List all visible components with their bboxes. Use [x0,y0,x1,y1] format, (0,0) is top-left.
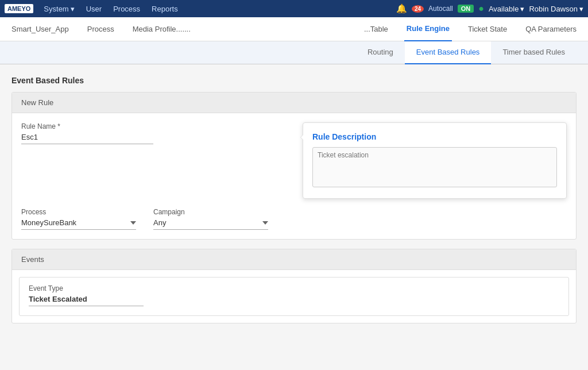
nav-table[interactable]: ...Table [362,17,390,41]
tab-bar: Routing Event Based Rules Timer based Ru… [0,41,588,64]
top-navbar: AMEYO System ▾ User Process Reports 🔔 24… [0,0,588,17]
campaign-select[interactable]: Any [153,218,268,230]
rule-desc-title: Rule Description [312,132,557,141]
new-rule-header: New Rule [12,92,576,113]
event-type-card: Event Type Ticket Escalated [19,277,569,316]
autocall-toggle[interactable]: ON [458,5,474,13]
reports-menu[interactable]: Reports [147,0,183,17]
process-value: MoneySureBank [21,218,127,227]
tab-routing[interactable]: Routing [356,41,405,64]
rule-description-popup: Rule Description [303,122,567,199]
nav-rule-engine[interactable]: Rule Engine [404,17,452,41]
rule-name-group: Rule Name * Esc1 [21,122,291,144]
notification-badge: 24 [412,5,424,13]
rule-name-value[interactable]: Esc1 [21,133,153,144]
status-dot-icon: ● [478,3,484,14]
form-row-top: Rule Name * Esc1 Rule Description [21,122,567,199]
event-type-label: Event Type [29,284,559,292]
user-name[interactable]: Robin Dawson ▾ [529,5,583,13]
campaign-group: Campaign Any [153,208,268,230]
tab-event-based-rules[interactable]: Event Based Rules [405,41,492,64]
nav-smart-user-app[interactable]: Smart_User_App [9,17,71,41]
nav-ticket-state[interactable]: Ticket State [466,17,509,41]
nav-qa-parameters[interactable]: QA Parameters [523,17,579,41]
bell-icon[interactable]: 🔔 [396,3,407,14]
process-chevron-icon [130,221,136,225]
nav-right-links: ...Table Rule Engine Ticket State QA Par… [362,17,579,41]
events-card: Events Event Type Ticket Escalated [11,249,577,323]
process-campaign-row: Process MoneySureBank Campaign Any [21,208,567,230]
process-select[interactable]: MoneySureBank [21,218,136,230]
page-section-title: Event Based Rules [11,76,577,85]
nav-right-section: 🔔 24 Autocall ON ● Available ▾ Robin Daw… [396,3,583,14]
rule-desc-textarea[interactable] [312,147,557,187]
process-menu[interactable]: Process [109,0,145,17]
events-header: Events [12,249,576,270]
nav-media-profile[interactable]: Media Profile....... [130,17,193,41]
system-menu[interactable]: System ▾ [39,0,79,17]
app-logo: AMEYO [5,4,33,13]
campaign-chevron-icon [262,221,268,225]
main-content: Event Based Rules New Rule Rule Name * E… [0,64,588,352]
nav-process[interactable]: Process [85,17,117,41]
tab-timer-based-rules[interactable]: Timer based Rules [491,41,577,64]
user-menu[interactable]: User [82,0,106,17]
process-label: Process [21,208,136,216]
new-rule-card: New Rule Rule Name * Esc1 Rule Descripti… [11,92,577,240]
rule-name-label: Rule Name * [21,122,291,130]
campaign-value: Any [153,218,259,227]
process-group: Process MoneySureBank [21,208,136,230]
new-rule-body: Rule Name * Esc1 Rule Description Proces… [12,113,576,239]
secondary-navbar: Smart_User_App Process Media Profile....… [0,17,588,41]
event-type-value: Ticket Escalated [29,295,144,306]
autocall-label: Autocall [428,5,453,13]
status-available[interactable]: Available ▾ [489,5,525,13]
events-body: Event Type Ticket Escalated [12,277,576,316]
campaign-label: Campaign [153,208,268,216]
